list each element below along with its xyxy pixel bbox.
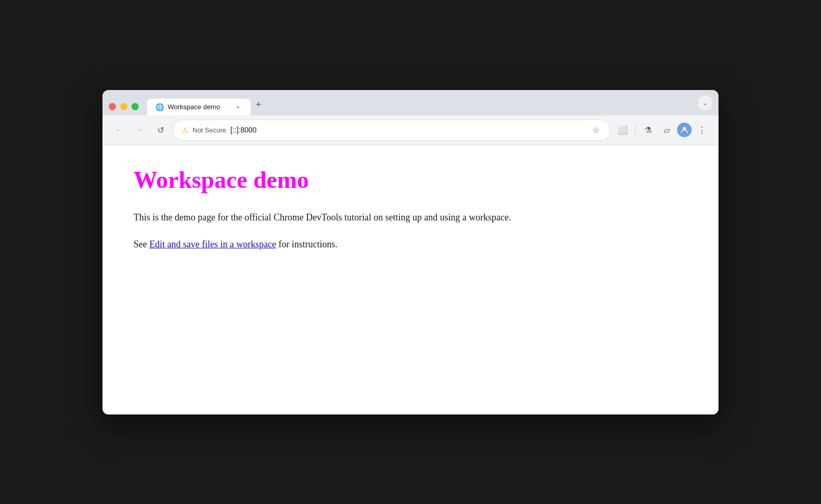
traffic-light-minimize[interactable] xyxy=(120,103,127,110)
nav-actions: ⬜ ⚗ ▱ ⋮ xyxy=(614,122,710,138)
url-display: [::]:8000 xyxy=(230,126,586,134)
tab-favicon-icon: 🌐 xyxy=(155,103,164,111)
tab-dropdown-button[interactable]: ⌄ xyxy=(698,96,712,110)
page-paragraph: This is the demo page for the official C… xyxy=(134,210,687,225)
link-prefix: See xyxy=(134,239,150,249)
page-content: Workspace demo This is the demo page for… xyxy=(102,145,719,414)
more-button[interactable]: ⋮ xyxy=(694,122,710,138)
forward-button[interactable]: → xyxy=(131,122,148,138)
traffic-lights xyxy=(109,103,139,115)
traffic-light-close[interactable] xyxy=(109,103,116,110)
page-heading: Workspace demo xyxy=(134,166,687,194)
sidebar-button[interactable]: ▱ xyxy=(658,122,675,138)
address-bar[interactable]: ⚠ Not Secure [::]:8000 ☆ xyxy=(173,120,610,141)
tab-close-button[interactable]: × xyxy=(234,103,242,111)
nav-bar: ← → ↺ ⚠ Not Secure [::]:8000 ☆ ⬜ ⚗ ▱ ⋮ xyxy=(102,115,719,145)
active-tab[interactable]: 🌐 Workspace demo × xyxy=(147,99,251,115)
tab-bar: 🌐 Workspace demo × + ⌄ xyxy=(102,90,719,115)
new-tab-button[interactable]: + xyxy=(251,95,267,115)
bookmark-button[interactable]: ☆ xyxy=(590,123,602,137)
profile-avatar[interactable] xyxy=(677,123,692,137)
tab-bar-right: ⌄ xyxy=(698,96,712,115)
back-button[interactable]: ← xyxy=(111,122,127,138)
workspace-link[interactable]: Edit and save files in a workspace xyxy=(150,239,276,249)
page-link-paragraph: See Edit and save files in a workspace f… xyxy=(134,237,687,252)
extensions-button[interactable]: ⬜ xyxy=(614,122,631,138)
nav-divider xyxy=(635,125,636,135)
security-icon: ⚠ xyxy=(182,126,188,134)
tab-title: Workspace demo xyxy=(168,103,230,111)
reload-button[interactable]: ↺ xyxy=(152,122,169,138)
link-suffix: for instructions. xyxy=(276,239,338,249)
not-secure-label: Not Secure xyxy=(193,126,226,134)
traffic-light-maximize[interactable] xyxy=(131,103,139,110)
labs-button[interactable]: ⚗ xyxy=(640,122,656,138)
browser-window: 🌐 Workspace demo × + ⌄ ← → ↺ ⚠ Not Secur… xyxy=(102,90,719,414)
